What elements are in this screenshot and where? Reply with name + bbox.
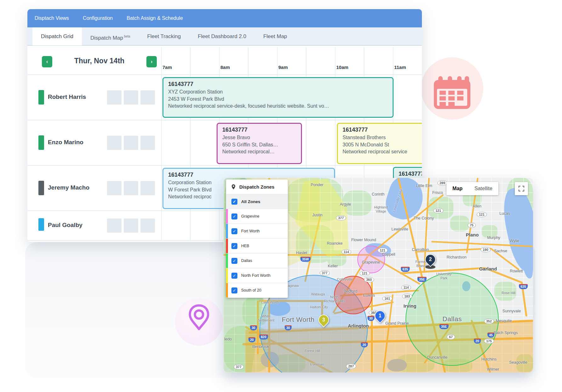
zone-checkbox[interactable]: ✓ xyxy=(231,287,237,293)
zone-label: North Fort Worth xyxy=(241,273,270,278)
map-type-control: Map Satellite xyxy=(446,182,498,195)
location-pin-icon xyxy=(188,304,210,332)
zone-label: Dallas xyxy=(241,258,252,263)
grid-vline xyxy=(190,47,190,240)
placeholder-box xyxy=(124,219,138,233)
event-detail-line: Networked reciprocal service-desk, focus… xyxy=(168,103,388,110)
fullscreen-button[interactable] xyxy=(515,182,528,195)
schedule-event[interactable]: 16143777Stanstead Brothers3005 N McDonal… xyxy=(337,123,422,164)
technician-color-bar xyxy=(38,181,44,195)
placeholder-box xyxy=(140,136,155,150)
view-tabs: Dispatch GridDispatch MapbetaFleet Track… xyxy=(27,27,422,45)
date-label: Thur, Nov 14th xyxy=(52,57,146,65)
zone-row-north-fort-worth[interactable]: ✓North Fort Worth xyxy=(226,268,288,283)
time-label-7am: 7am xyxy=(162,65,172,70)
zone-color-stripe xyxy=(226,283,228,298)
nav-item-configuration[interactable]: Configuration xyxy=(83,15,113,21)
technician-name: Jeremy Macho xyxy=(48,184,89,191)
zone-row-south-of-20[interactable]: ✓South of 20 xyxy=(226,283,288,298)
next-day-button[interactable]: › xyxy=(146,56,157,67)
placeholder-box xyxy=(124,136,138,150)
schedule-event[interactable]: 16143777Jesse Bravo650 S Griffin St, Dal… xyxy=(217,123,302,164)
placeholder-box xyxy=(107,181,122,195)
dispatch-zones-panel: Dispatch Zones ✓All Zones✓Grapevine✓Fort… xyxy=(226,179,288,298)
map-view-button[interactable]: Map xyxy=(446,182,468,195)
marker-number: 1 xyxy=(375,310,385,321)
dispatch-app: Disptach ViewsConfigurationBatch Assign … xyxy=(0,0,562,392)
zone-checkbox[interactable]: ✓ xyxy=(231,273,237,279)
event-detail-line: Networked reciprocal… xyxy=(222,148,296,156)
event-id: 16143777 xyxy=(222,127,296,133)
zone-checkbox[interactable]: ✓ xyxy=(231,258,237,264)
tab-fleet-tracking[interactable]: Fleet Tracking xyxy=(139,27,189,45)
grid-hline xyxy=(27,75,422,75)
zone-row-heb[interactable]: ✓HEB xyxy=(226,239,288,253)
dispatch-map-card: PonderCorinthLittle ElmFriscoArgyleJusti… xyxy=(224,178,533,372)
event-id: 16143777 xyxy=(399,171,422,177)
event-detail-line: 3005 N McDonald St xyxy=(343,141,422,149)
zone-color-stripe xyxy=(226,239,228,253)
zone-label: All Zones xyxy=(241,199,260,204)
dispatch-zones-header: Dispatch Zones xyxy=(226,179,288,194)
time-label-10am: 10am xyxy=(336,65,348,70)
placeholder-box xyxy=(107,219,122,233)
grid-hline xyxy=(27,165,422,166)
nav-item-disptach-views[interactable]: Disptach Views xyxy=(35,15,69,21)
map-pin-person-icon xyxy=(230,184,236,190)
placeholder-box xyxy=(107,136,122,150)
zone-color-stripe xyxy=(226,209,228,224)
beta-badge: beta xyxy=(124,35,130,38)
zone-checkbox[interactable]: ✓ xyxy=(231,213,237,219)
zone-checkbox[interactable]: ✓ xyxy=(231,228,237,234)
zone-checkbox[interactable]: ✓ xyxy=(231,243,237,249)
zone-label: Grapevine xyxy=(241,214,259,219)
placeholder-box xyxy=(140,181,155,195)
calendar-decor-circle xyxy=(421,57,483,120)
event-detail-line: Networked reciprocal service xyxy=(343,148,422,156)
fullscreen-icon xyxy=(519,186,524,191)
zone-checkbox[interactable]: ✓ xyxy=(231,199,237,205)
tab-dispatch-grid[interactable]: Dispatch Grid xyxy=(32,27,82,45)
zone-row-all-zones[interactable]: ✓All Zones xyxy=(226,194,288,209)
prev-day-button[interactable]: ‹ xyxy=(42,56,52,67)
zone-color-stripe xyxy=(226,224,228,238)
zone-list: ✓All Zones✓Grapevine✓Fort Worth✓HEB✓Dall… xyxy=(226,194,288,298)
zone-color-stripe xyxy=(226,253,228,268)
zone-label: South of 20 xyxy=(241,288,261,293)
event-detail-line: Stanstead Brothers xyxy=(343,134,422,141)
calendar-icon xyxy=(432,75,472,110)
event-id: 16143777 xyxy=(168,81,388,88)
satellite-view-button[interactable]: Satellite xyxy=(468,182,498,195)
event-detail-line: 2453 W Forest Park Blvd xyxy=(168,96,388,103)
placeholder-box xyxy=(124,90,138,105)
event-detail-line: XYZ Corporation Station xyxy=(168,88,388,96)
technician-name: Robert Harris xyxy=(48,94,86,100)
technician-color-bar xyxy=(38,218,44,231)
tab-dispatch-map[interactable]: Dispatch Mapbeta xyxy=(82,27,139,45)
technician-color-bar xyxy=(38,90,44,105)
top-navbar: Disptach ViewsConfigurationBatch Assign … xyxy=(27,9,422,27)
grid-hline xyxy=(27,120,422,120)
zone-label: HEB xyxy=(241,244,249,248)
zone-row-dallas[interactable]: ✓Dallas xyxy=(226,253,288,268)
time-label-9am: 9am xyxy=(278,65,288,70)
placeholder-box xyxy=(140,90,155,105)
zone-row-grapevine[interactable]: ✓Grapevine xyxy=(226,209,288,224)
placeholder-box xyxy=(107,90,122,105)
nav-item-batch-assign-schedule[interactable]: Batch Assign & Schedule xyxy=(127,15,183,21)
marker-number: 2 xyxy=(425,254,436,265)
schedule-event[interactable]: 16143777XYZ Corporation Station2453 W Fo… xyxy=(162,77,394,118)
event-id: 16143777 xyxy=(168,172,329,178)
zone-row-fort-worth[interactable]: ✓Fort Worth xyxy=(226,224,288,239)
placeholder-box xyxy=(124,181,138,195)
time-label-11am: 11am xyxy=(394,65,406,70)
grid-vline xyxy=(161,47,162,240)
tab-fleet-map[interactable]: Fleet Map xyxy=(255,27,296,45)
event-detail-line: 650 S Griffin St, Dallas… xyxy=(222,141,296,149)
zone-color-stripe xyxy=(226,268,228,283)
tab-fleet-dashboard-2-0[interactable]: Fleet Dashboard 2.0 xyxy=(189,27,255,45)
marker-number: 3 xyxy=(318,315,329,325)
technician-name: Enzo Marino xyxy=(48,139,83,146)
technician-name: Paul Goalby xyxy=(48,222,82,229)
grid-hline xyxy=(27,45,422,46)
